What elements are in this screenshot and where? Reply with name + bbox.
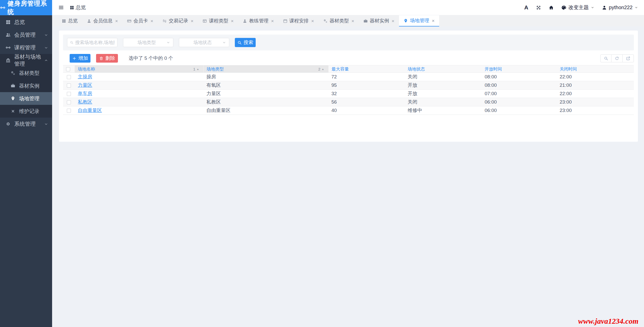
- refresh-button[interactable]: [611, 54, 623, 62]
- sidebar-subitem-equipment-types[interactable]: 器材类型: [0, 67, 52, 79]
- close-icon[interactable]: ×: [311, 19, 314, 23]
- close-time-cell: 22:00: [557, 73, 634, 81]
- close-time-cell: 23:00: [557, 106, 634, 115]
- fullscreen-table-button[interactable]: [623, 54, 634, 62]
- font-size-button[interactable]: A: [524, 4, 528, 11]
- tab-coach-management[interactable]: 教练管理 ×: [238, 15, 278, 26]
- theme-dropdown[interactable]: 改变主题: [561, 4, 594, 11]
- close-icon[interactable]: ×: [432, 18, 435, 23]
- row-checkbox[interactable]: [67, 100, 71, 104]
- tab-member-info[interactable]: 会员信息 ×: [82, 15, 122, 26]
- select-all-checkbox[interactable]: [66, 67, 70, 71]
- col-max-capacity[interactable]: 最大容量: [328, 65, 405, 73]
- close-icon[interactable]: ×: [392, 19, 394, 23]
- search-input[interactable]: [75, 40, 115, 45]
- sidebar-item-label: 总览: [14, 19, 25, 26]
- breadcrumb[interactable]: 总览: [70, 4, 86, 11]
- toggle-search-button[interactable]: [600, 54, 611, 62]
- col-venue-name[interactable]: 场地名称 1▲: [75, 65, 203, 73]
- tab-transactions[interactable]: 交易记录 ×: [158, 15, 198, 26]
- user-dropdown[interactable]: python222: [602, 5, 638, 10]
- table-row: 主操房 操房 72 关闭 08:00 22:00: [63, 73, 634, 81]
- close-icon[interactable]: ×: [191, 19, 193, 23]
- venue-search-field[interactable]: [67, 38, 117, 47]
- sort-order: 2: [318, 67, 320, 71]
- user-icon: [243, 19, 247, 23]
- tab-overview[interactable]: 总览: [57, 15, 82, 26]
- close-icon[interactable]: ×: [271, 19, 274, 23]
- tab-label: 交易记录: [169, 18, 188, 24]
- close-icon[interactable]: ×: [231, 19, 234, 23]
- close-icon[interactable]: ×: [150, 19, 153, 23]
- tab-label: 课程类型: [209, 18, 228, 24]
- top-navbar: 总览 A 改变主题 python222: [52, 0, 644, 15]
- select-placeholder: 场地状态: [183, 39, 222, 46]
- sidebar-item-course-management[interactable]: 课程管理: [0, 41, 52, 54]
- column-label: 场地状态: [408, 66, 425, 72]
- close-time-cell: 22:00: [557, 90, 634, 98]
- venue-type-select[interactable]: 场地类型: [123, 38, 173, 47]
- capacity-cell: 32: [328, 90, 405, 98]
- filter-bar: 场地类型 场地状态 搜索: [63, 35, 634, 50]
- row-checkbox[interactable]: [67, 83, 71, 88]
- venue-type-cell: 操房: [203, 73, 328, 81]
- venue-name-link[interactable]: 主操房: [78, 74, 92, 79]
- hamburger-menu-icon[interactable]: [58, 5, 64, 10]
- sidebar-subitem-equipment-instances[interactable]: 器材实例: [0, 79, 52, 92]
- search-button-label: 搜索: [244, 39, 253, 46]
- status-cell: 开放: [405, 90, 482, 98]
- font-size-icon: A: [524, 4, 528, 11]
- sidebar-item-label: 场地管理: [19, 95, 39, 102]
- sidebar-subitem-venue-management[interactable]: 场地管理: [0, 92, 52, 105]
- content-area: 场地类型 场地状态 搜索 增加 删除: [52, 26, 644, 327]
- status-cell: 维修中: [405, 106, 482, 115]
- refresh-icon: [615, 56, 619, 61]
- sidebar-item-label: 器材实例: [19, 82, 39, 89]
- col-close-time[interactable]: 关闭时间: [557, 65, 634, 73]
- tab-equipment-instances[interactable]: 器材实例 ×: [359, 15, 399, 26]
- row-checkbox[interactable]: [67, 92, 71, 96]
- sidebar-item-member-management[interactable]: 会员管理: [0, 29, 52, 41]
- delete-button[interactable]: 删除: [96, 54, 118, 63]
- add-button[interactable]: 增加: [70, 54, 90, 63]
- status-cell: 开放: [405, 81, 482, 90]
- venue-status-select[interactable]: 场地状态: [179, 38, 229, 47]
- venue-name-link[interactable]: 自由重量区: [78, 108, 102, 113]
- grid-icon: [70, 5, 74, 10]
- sort-order: 1: [193, 67, 195, 71]
- chevron-down-icon: [44, 46, 48, 50]
- venue-name-link[interactable]: 力量区: [78, 82, 92, 88]
- row-checkbox[interactable]: [67, 75, 71, 79]
- sidebar-subitem-maintenance-records[interactable]: 维护记录: [0, 105, 52, 118]
- venue-name-link[interactable]: 私教区: [78, 99, 92, 105]
- username-label: python222: [609, 5, 633, 10]
- col-open-time[interactable]: 开放时间: [482, 65, 557, 73]
- sidebar-item-overview[interactable]: 总览: [0, 16, 52, 29]
- sidebar-item-label: 器材类型: [19, 70, 39, 77]
- venue-management-panel: 场地类型 场地状态 搜索 增加 删除: [59, 31, 638, 142]
- home-button[interactable]: [549, 5, 554, 10]
- venue-type-cell: 有氧区: [203, 81, 328, 90]
- home-icon: [549, 5, 554, 10]
- sidebar-group-equipment-venue: 器材与场地管理 器材类型 器材实例 场地管理 维护记录: [0, 54, 52, 118]
- col-venue-status[interactable]: 场地状态: [405, 65, 482, 73]
- venue-name-link[interactable]: 单车房: [78, 91, 92, 96]
- dumbbell-icon: [6, 45, 11, 50]
- close-icon[interactable]: ×: [351, 19, 354, 23]
- tab-course-types[interactable]: 课程类型 ×: [198, 15, 238, 26]
- col-venue-type[interactable]: 场地类型 2▲: [203, 65, 328, 73]
- search-button[interactable]: 搜索: [235, 38, 256, 47]
- theme-label: 改变主题: [569, 4, 589, 11]
- tab-label: 课程安排: [289, 18, 309, 24]
- close-icon[interactable]: ×: [115, 19, 118, 23]
- grid-icon: [62, 19, 66, 23]
- sidebar-item-equipment-venue-management[interactable]: 器材与场地管理: [0, 54, 52, 67]
- tab-course-schedule[interactable]: 课程安排 ×: [279, 15, 319, 26]
- row-checkbox[interactable]: [67, 109, 71, 113]
- sidebar-item-system-management[interactable]: 系统管理: [0, 118, 52, 130]
- tab-member-card[interactable]: 会员卡 ×: [122, 15, 158, 26]
- tab-venue-management[interactable]: 场地管理 ×: [399, 15, 439, 26]
- delete-button-label: 删除: [105, 55, 115, 62]
- tab-equipment-types[interactable]: 器材类型 ×: [319, 15, 359, 26]
- fullscreen-button[interactable]: [536, 5, 541, 10]
